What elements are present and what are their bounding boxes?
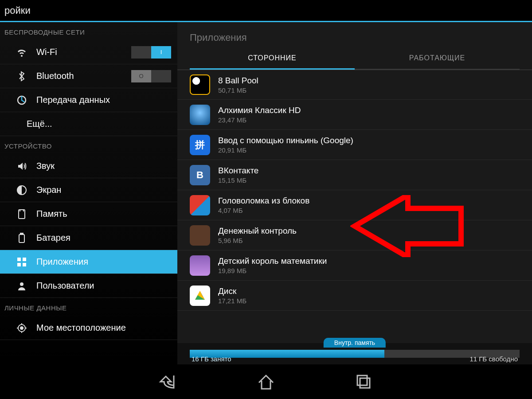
sidebar-item-sound[interactable]: Звук	[0, 154, 177, 178]
sidebar-item-battery[interactable]: Батарея	[0, 226, 177, 250]
sound-icon	[15, 160, 28, 173]
sidebar-storage-label: Память	[36, 209, 171, 219]
content-pane: Приложения СТОРОННИЕ РАБОТАЮЩИЕ 8 Ball P…	[177, 22, 532, 364]
sidebar-data-label: Передача данных	[36, 95, 171, 105]
sidebar-location-label: Мое местоположение	[36, 323, 171, 333]
app-row[interactable]: Головоломка из блоков4,07 МБ	[177, 190, 532, 220]
app-name: Головоломка из блоков	[218, 196, 309, 206]
app-name: Алхимия Классик HD	[218, 106, 301, 115]
window-title: ройки	[0, 0, 532, 22]
sidebar-item-bluetooth[interactable]: Bluetooth O	[0, 64, 177, 88]
svg-rect-5	[17, 258, 21, 261]
svg-rect-3	[19, 235, 24, 243]
section-personal: ЛИЧНЫЕ ДАННЫЕ	[0, 298, 177, 316]
sidebar-item-data-usage[interactable]: Передача данных	[0, 88, 177, 112]
app-icon	[190, 195, 210, 215]
app-size: 50,71 МБ	[218, 86, 258, 94]
app-name: Детский король математики	[218, 256, 327, 266]
display-icon	[15, 184, 28, 197]
bluetooth-icon	[15, 70, 28, 83]
svg-rect-8	[23, 263, 26, 266]
storage-used-text: 16 ГБ занято	[192, 355, 231, 363]
app-size: 17,21 МБ	[218, 297, 246, 305]
app-row[interactable]: Диск17,21 МБ	[177, 281, 532, 311]
storage-free-text: 11 ГБ свободно	[469, 355, 518, 363]
users-icon	[15, 279, 28, 293]
sidebar-display-label: Экран	[36, 185, 171, 195]
sidebar-users-label: Пользователи	[36, 281, 171, 291]
app-size: 20,91 МБ	[218, 146, 353, 154]
app-size: 5,96 МБ	[218, 237, 297, 244]
sidebar-item-more[interactable]: Ещё...	[0, 112, 177, 136]
settings-sidebar: БЕСПРОВОДНЫЕ СЕТИ Wi-Fi I Bluetooth O	[0, 22, 177, 364]
sidebar-wifi-label: Wi-Fi	[36, 47, 131, 57]
sidebar-apps-label: Приложения	[36, 257, 171, 267]
nav-recent-button[interactable]	[350, 368, 377, 395]
sidebar-item-display[interactable]: Экран	[0, 178, 177, 202]
app-name: Денежный контроль	[218, 226, 297, 236]
storage-label: Внутр. память	[324, 338, 386, 348]
section-device: УСТРОЙСТВО	[0, 136, 177, 154]
nav-back-button[interactable]	[155, 368, 182, 395]
sidebar-item-location[interactable]: Мое местоположение	[0, 316, 177, 340]
svg-rect-6	[23, 258, 26, 261]
tab-third-party[interactable]: СТОРОННИЕ	[190, 54, 355, 70]
sidebar-item-storage[interactable]: Память	[0, 202, 177, 226]
title-text: ройки	[4, 5, 31, 16]
app-size: 15,15 МБ	[218, 176, 258, 184]
svg-rect-7	[17, 263, 21, 266]
app-icon	[190, 255, 210, 276]
sidebar-item-users[interactable]: Пользователи	[0, 274, 177, 298]
battery-icon	[15, 231, 28, 245]
wifi-toggle[interactable]: I	[131, 46, 171, 59]
app-row[interactable]: 8 Ball Pool50,71 МБ	[177, 70, 532, 100]
apps-icon	[15, 255, 28, 269]
sidebar-item-apps[interactable]: Приложения	[0, 250, 177, 274]
app-size: 4,07 МБ	[218, 207, 309, 214]
apps-tabs: СТОРОННИЕ РАБОТАЮЩИЕ	[177, 43, 532, 70]
app-name: ВКонтакте	[218, 166, 258, 176]
storage-bar: Внутр. память 16 ГБ занято 11 ГБ свободн…	[177, 343, 532, 364]
app-name: Ввод с помощью пиньинь (Google)	[218, 136, 353, 145]
apps-list[interactable]: 8 Ball Pool50,71 МБАлхимия Классик HD23,…	[177, 70, 532, 343]
location-icon	[15, 321, 28, 335]
app-icon	[190, 225, 210, 246]
app-icon: В	[190, 165, 210, 185]
app-size: 19,89 МБ	[218, 267, 327, 274]
bluetooth-toggle[interactable]: O	[131, 70, 171, 82]
sidebar-sound-label: Звук	[36, 161, 171, 171]
section-wireless: БЕСПРОВОДНЫЕ СЕТИ	[0, 22, 177, 40]
app-row[interactable]: 拼Ввод с помощью пиньинь (Google)20,91 МБ	[177, 130, 532, 160]
sidebar-bluetooth-label: Bluetooth	[36, 71, 131, 81]
app-size: 23,47 МБ	[218, 116, 301, 124]
app-row[interactable]: ВВКонтакте15,15 МБ	[177, 160, 532, 190]
app-icon	[190, 286, 210, 306]
svg-point-9	[20, 282, 23, 286]
nav-home-button[interactable]	[253, 368, 279, 395]
app-name: 8 Ball Pool	[218, 76, 258, 86]
system-navbar	[0, 364, 532, 399]
wifi-icon	[15, 46, 28, 59]
data-usage-icon	[15, 94, 28, 107]
content-title: Приложения	[177, 22, 532, 43]
sidebar-item-wifi[interactable]: Wi-Fi I	[0, 40, 177, 64]
svg-rect-4	[20, 233, 23, 235]
svg-rect-15	[357, 376, 367, 385]
app-name: Диск	[218, 286, 246, 296]
app-icon: 拼	[190, 135, 210, 155]
app-row[interactable]: Детский король математики19,89 МБ	[177, 250, 532, 281]
app-icon	[190, 105, 210, 125]
sidebar-more-label: Ещё...	[27, 119, 171, 129]
svg-point-10	[20, 327, 23, 329]
app-row[interactable]: Алхимия Классик HD23,47 МБ	[177, 100, 532, 130]
app-row[interactable]: Денежный контроль5,96 МБ	[177, 220, 532, 250]
app-icon	[190, 74, 210, 95]
sidebar-battery-label: Батарея	[36, 233, 171, 243]
svg-rect-16	[360, 378, 370, 388]
storage-icon	[15, 207, 28, 221]
tab-running[interactable]: РАБОТАЮЩИЕ	[355, 54, 520, 70]
